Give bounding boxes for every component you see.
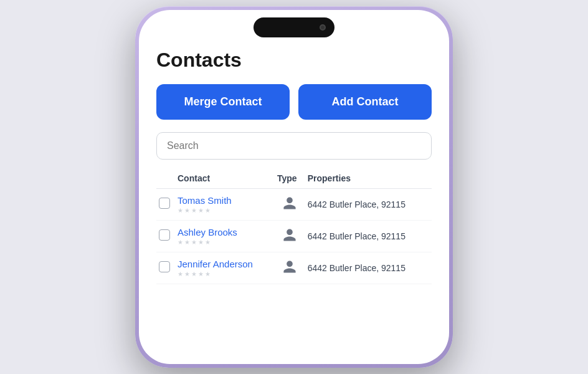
star-icon: ★ — [205, 239, 211, 246]
contact-name-link[interactable]: Jennifer Anderson — [178, 259, 272, 269]
phone-screen: Contacts Merge Contact Add Contact Conta… — [139, 10, 449, 364]
col-checkbox — [156, 170, 175, 189]
add-contact-button[interactable]: Add Contact — [298, 84, 432, 120]
notch — [254, 17, 334, 37]
star-icon: ★ — [178, 207, 183, 214]
col-contact: Contact — [175, 170, 275, 189]
contact-cell: Ashley Brooks★★★★★ — [175, 221, 275, 252]
star-icon: ★ — [184, 271, 190, 277]
type-cell — [275, 189, 305, 221]
contact-stars: ★★★★★ — [178, 239, 272, 246]
star-icon: ★ — [198, 207, 204, 214]
contact-name-link[interactable]: Tomas Smith — [178, 195, 272, 206]
star-icon: ★ — [205, 271, 211, 277]
contact-cell: Tomas Smith★★★★★ — [175, 189, 275, 221]
person-icon — [282, 228, 297, 242]
row-checkbox-cell — [156, 189, 175, 221]
person-icon — [282, 259, 297, 274]
action-buttons: Merge Contact Add Contact — [156, 84, 432, 120]
star-icon: ★ — [198, 239, 204, 246]
type-cell — [275, 221, 305, 252]
properties-cell: 6442 Butler Place, 92115 — [305, 189, 432, 221]
phone-device: Contacts Merge Contact Add Contact Conta… — [135, 6, 453, 368]
contact-stars: ★★★★★ — [178, 271, 272, 277]
properties-cell: 6442 Butler Place, 92115 — [305, 221, 432, 252]
properties-cell: 6442 Butler Place, 92115 — [305, 252, 432, 284]
contact-stars: ★★★★★ — [178, 207, 272, 214]
page-title: Contacts — [156, 49, 432, 72]
row-checkbox-cell — [156, 252, 175, 284]
checkbox-row-0[interactable] — [159, 198, 170, 209]
star-icon: ★ — [178, 239, 183, 246]
table-row: Tomas Smith★★★★★ 6442 Butler Place, 9211… — [156, 189, 432, 221]
contact-cell: Jennifer Anderson★★★★★ — [175, 252, 275, 284]
star-icon: ★ — [198, 271, 204, 277]
col-type: Type — [275, 170, 305, 189]
star-icon: ★ — [184, 207, 190, 214]
contacts-table: Contact Type Properties Tomas Smith★★★★★… — [156, 170, 432, 284]
checkbox-row-2[interactable] — [159, 261, 170, 272]
star-icon: ★ — [191, 207, 197, 214]
person-icon — [282, 196, 297, 211]
star-icon: ★ — [191, 271, 197, 277]
row-checkbox-cell — [156, 221, 175, 252]
star-icon: ★ — [184, 239, 190, 246]
type-cell — [275, 252, 305, 284]
star-icon: ★ — [191, 239, 197, 246]
search-input[interactable] — [156, 132, 432, 160]
table-row: Jennifer Anderson★★★★★ 6442 Butler Place… — [156, 252, 432, 284]
main-content: Contacts Merge Contact Add Contact Conta… — [139, 37, 449, 364]
star-icon: ★ — [178, 271, 183, 277]
merge-contact-button[interactable]: Merge Contact — [156, 84, 290, 120]
checkbox-row-1[interactable] — [159, 229, 170, 241]
search-container — [156, 132, 432, 160]
contact-name-link[interactable]: Ashley Brooks — [178, 227, 272, 237]
notch-bar — [139, 10, 449, 37]
camera-dot — [320, 24, 326, 31]
table-row: Ashley Brooks★★★★★ 6442 Butler Place, 92… — [156, 221, 432, 252]
star-icon: ★ — [205, 207, 211, 214]
col-properties: Properties — [305, 170, 432, 189]
